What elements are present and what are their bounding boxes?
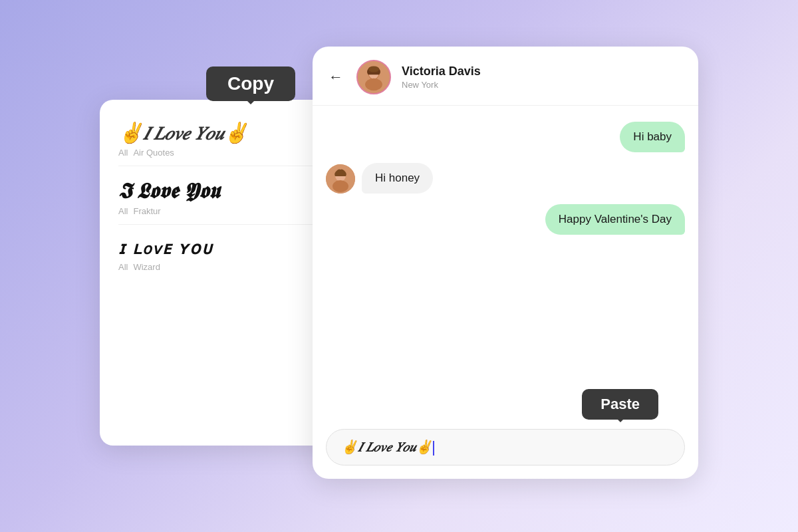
chat-avatar: [356, 60, 391, 94]
svg-point-4: [368, 66, 380, 72]
svg-point-3: [365, 78, 382, 90]
font-tag-all-2: All: [118, 206, 128, 216]
font-tag-all-1: All: [118, 148, 128, 158]
chat-header: ← Victoria Davis New York: [313, 47, 698, 106]
message-row-3: Happy Valentine's Day: [326, 204, 685, 235]
message-bubble-sent-1: Hi baby: [620, 122, 685, 152]
font-tag-wizard-label: Wizard: [133, 262, 160, 272]
chat-input-area: Paste ✌️𝐼 𝐿𝑜𝑣𝑒 𝑌𝑜𝑢✌️: [313, 424, 698, 479]
text-cursor: [433, 441, 434, 456]
chat-input[interactable]: ✌️𝐼 𝐿𝑜𝑣𝑒 𝑌𝑜𝑢✌️: [326, 429, 685, 466]
message-row-1: Hi baby: [326, 122, 685, 152]
message-bubble-received-1: Hi honey: [362, 163, 433, 194]
message-bubble-sent-2: Happy Valentine's Day: [545, 204, 685, 235]
chat-messages: Hi baby Hi honey Happy Valentine's Day: [313, 106, 698, 424]
message-row-2: Hi honey: [326, 163, 685, 194]
svg-point-7: [332, 180, 348, 192]
font-tag-air-quotes-label: Air Quotes: [133, 148, 174, 158]
back-button[interactable]: ←: [329, 68, 343, 86]
chat-location: New York: [402, 80, 682, 90]
scene: Copy ✌️𝐼 𝐿𝑜𝑣𝑒 𝑌𝑜𝑢✌️ All Air Quotes 𝕴 𝕷𝖔𝖛…: [100, 47, 698, 485]
font-tag-fraktur-label: Fraktur: [133, 206, 160, 216]
paste-tooltip[interactable]: Paste: [582, 389, 658, 420]
chat-username: Victoria Davis: [402, 65, 682, 78]
chat-user-info: Victoria Davis New York: [402, 65, 682, 90]
copy-tooltip[interactable]: Copy: [206, 66, 295, 101]
font-tag-all-3: All: [118, 262, 128, 272]
chat-panel: ← Victoria Davis New York: [313, 47, 698, 479]
message-avatar-2: [326, 164, 355, 194]
